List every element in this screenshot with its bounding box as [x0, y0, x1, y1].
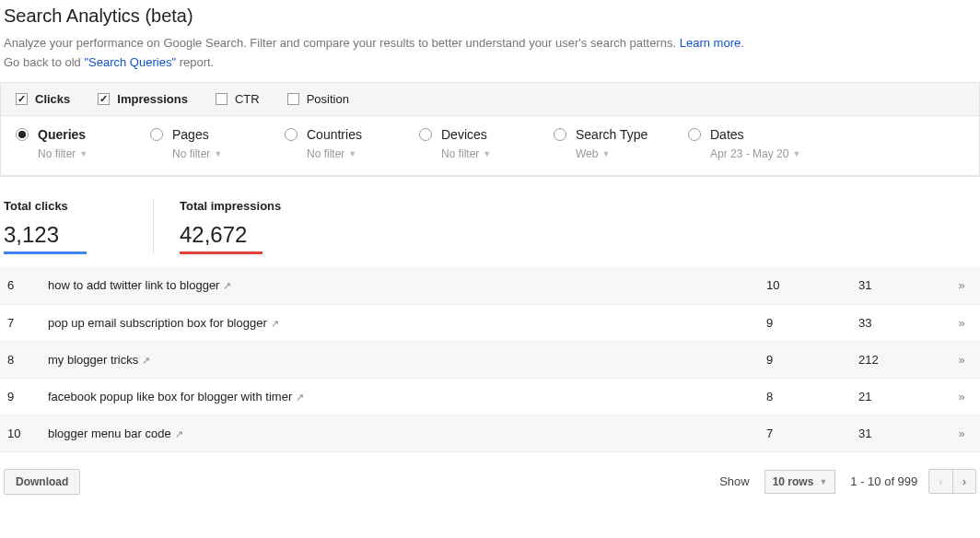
dimensions-row: Queries No filter▼ Pages No filter▼ Coun… [1, 116, 979, 176]
filter-panel: Clicks Impressions CTR Position Queries … [0, 82, 980, 177]
dim-sub-text: No filter [307, 147, 344, 160]
dim-queries[interactable]: Queries No filter▼ [16, 127, 150, 160]
dim-dates[interactable]: Dates Apr 23 - May 20▼ [688, 127, 845, 160]
total-impressions-label: Total impressions [180, 199, 281, 213]
external-link-icon: ↗ [271, 318, 279, 329]
page-subtitle: Analyze your performance on Google Searc… [4, 36, 976, 50]
chevron-down-icon: ▼ [601, 149, 610, 158]
metric-position[interactable]: Position [287, 92, 349, 106]
prev-page-button[interactable]: ‹ [929, 470, 951, 493]
total-impressions-value: 42,672 [180, 222, 262, 254]
dim-pages-filter[interactable]: No filter▼ [172, 147, 285, 160]
dim-label: Dates [710, 127, 744, 142]
metric-label: Clicks [35, 92, 70, 106]
checkbox-icon [287, 93, 299, 105]
radio-icon [554, 128, 566, 141]
dim-countries[interactable]: Countries No filter▼ [285, 127, 419, 160]
external-link-icon: ↗ [175, 428, 183, 439]
dim-label: Queries [38, 127, 86, 142]
external-link-icon: ↗ [223, 280, 231, 291]
checkbox-icon [216, 93, 228, 105]
checkbox-icon [16, 93, 28, 105]
learn-more-link[interactable]: Learn more [680, 36, 741, 50]
row-query-cell: facebook popup like box for blogger with… [41, 378, 759, 415]
query-link[interactable]: my blogger tricks↗ [48, 353, 150, 367]
expand-row-button[interactable]: » [943, 267, 980, 304]
total-impressions: Total impressions 42,672 [153, 199, 314, 254]
table-row: 6how to add twitter link to blogger↗1031… [0, 267, 980, 304]
row-impressions: 212 [851, 341, 943, 378]
dim-devices-filter[interactable]: No filter▼ [441, 147, 554, 160]
dim-search-type[interactable]: Search Type Web▼ [554, 127, 688, 160]
rows-select[interactable]: 10 rows ▼ [764, 470, 836, 494]
chevron-down-icon: ▼ [792, 149, 800, 158]
row-index: 8 [0, 341, 41, 378]
chevron-down-icon: ▼ [79, 149, 88, 158]
pager: 1 - 10 of 999 ‹ › [850, 469, 976, 494]
dim-queries-filter[interactable]: No filter▼ [38, 147, 150, 160]
metric-label: Position [307, 92, 349, 106]
dim-label: Pages [172, 127, 209, 142]
totals-row: Total clicks 3,123 Total impressions 42,… [0, 177, 980, 267]
next-page-button[interactable]: › [952, 470, 975, 493]
dim-dates-filter[interactable]: Apr 23 - May 20▼ [710, 147, 845, 160]
total-clicks-value: 3,123 [4, 222, 87, 254]
row-impressions: 31 [851, 267, 943, 304]
external-link-icon: ↗ [296, 392, 304, 403]
chevron-down-icon: ▼ [483, 149, 491, 158]
dim-pages[interactable]: Pages No filter▼ [150, 127, 285, 160]
subtitle-text: Analyze your performance on Google Searc… [4, 36, 680, 50]
dim-sub-text: No filter [172, 147, 210, 160]
external-link-icon: ↗ [142, 355, 150, 366]
footer: Download Show 10 rows ▼ 1 - 10 of 999 ‹ … [0, 452, 980, 502]
metric-label: Impressions [117, 92, 188, 106]
row-index: 9 [0, 378, 41, 415]
dim-sub-text: Apr 23 - May 20 [710, 147, 788, 160]
row-impressions: 31 [851, 415, 943, 451]
row-query-cell: blogger menu bar code↗ [41, 415, 759, 451]
metric-ctr[interactable]: CTR [216, 92, 260, 106]
table-row: 9facebook popup like box for blogger wit… [0, 378, 980, 415]
expand-row-button[interactable]: » [943, 341, 980, 378]
row-impressions: 21 [851, 378, 943, 415]
results-table: 6how to add twitter link to blogger↗1031… [0, 267, 980, 452]
row-clicks: 8 [759, 378, 851, 415]
chevron-down-icon: ▼ [819, 477, 827, 486]
dim-sub-text: Web [576, 147, 598, 160]
expand-row-button[interactable]: » [943, 378, 980, 415]
metric-clicks[interactable]: Clicks [16, 92, 70, 106]
query-link[interactable]: blogger menu bar code↗ [48, 427, 183, 440]
row-query-cell: pop up email subscription box for blogge… [41, 304, 759, 341]
dim-sub-text: No filter [441, 147, 479, 160]
metrics-row: Clicks Impressions CTR Position [1, 83, 979, 116]
dim-countries-filter[interactable]: No filter▼ [307, 147, 419, 160]
page-title: Search Analytics (beta) [4, 6, 976, 27]
rows-select-value: 10 rows [773, 475, 814, 488]
radio-icon [419, 128, 432, 141]
download-button[interactable]: Download [4, 469, 80, 495]
search-queries-link[interactable]: "Search Queries" [84, 55, 176, 69]
row-query-cell: how to add twitter link to blogger↗ [41, 267, 759, 304]
show-label: Show [719, 474, 750, 488]
query-link[interactable]: how to add twitter link to blogger↗ [48, 278, 231, 292]
checkbox-icon [98, 93, 110, 105]
expand-row-button[interactable]: » [943, 415, 980, 451]
chevron-down-icon: ▼ [214, 149, 222, 158]
row-index: 10 [0, 415, 41, 451]
metric-impressions[interactable]: Impressions [98, 92, 188, 106]
dim-devices[interactable]: Devices No filter▼ [419, 127, 554, 160]
query-link[interactable]: pop up email subscription box for blogge… [48, 316, 279, 330]
row-clicks: 9 [759, 304, 851, 341]
dim-search-type-filter[interactable]: Web▼ [576, 147, 688, 160]
radio-icon [150, 128, 163, 141]
table-row: 10blogger menu bar code↗731» [0, 415, 980, 451]
dim-sub-text: No filter [38, 147, 76, 160]
query-link[interactable]: facebook popup like box for blogger with… [48, 390, 304, 404]
expand-row-button[interactable]: » [943, 304, 980, 341]
table-row: 8my blogger tricks↗9212» [0, 341, 980, 378]
radio-icon [16, 128, 29, 141]
dim-label: Search Type [576, 127, 648, 142]
row-index: 6 [0, 267, 41, 304]
row-clicks: 7 [759, 415, 851, 451]
dim-label: Countries [307, 127, 362, 142]
